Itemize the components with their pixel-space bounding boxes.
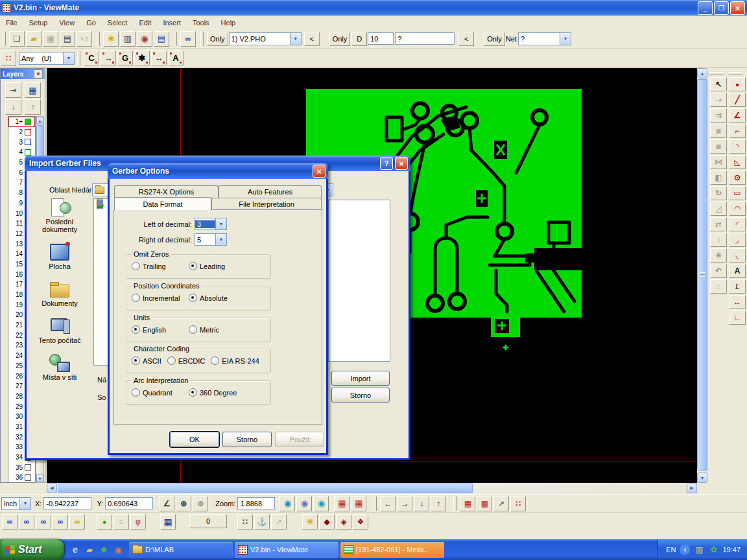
- aperture-tool-button[interactable]: G: [117, 51, 133, 65]
- net-select-combo[interactable]: ? ▼: [518, 32, 571, 45]
- menu-item[interactable]: File: [0, 18, 23, 28]
- layer-color-swatch[interactable]: [25, 149, 31, 156]
- place-desktop[interactable]: Plocha: [32, 242, 88, 270]
- place-my-computer[interactable]: Tento počítač: [32, 316, 88, 344]
- zoom-in-icon[interactable]: ◉: [279, 496, 295, 511]
- radio-option[interactable]: Trailing: [132, 262, 189, 270]
- toolbar-handle[interactable]: [374, 496, 377, 511]
- radio-option[interactable]: EBCDIC: [167, 356, 206, 365]
- glasses-lines-icon[interactable]: ∞: [19, 514, 34, 530]
- radio-option[interactable]: Incremental: [132, 294, 189, 302]
- scrollbar-thumb[interactable]: [36, 125, 43, 159]
- layer-row[interactable]: 1+: [8, 117, 35, 127]
- pan-down-icon[interactable]: ↓: [414, 496, 429, 511]
- undo-shape-icon[interactable]: ↶: [710, 264, 727, 278]
- pad-diamond-small-icon[interactable]: ◈: [336, 514, 351, 530]
- help-book-icon[interactable]: ❖: [98, 544, 110, 555]
- rotate-icon[interactable]: ↻: [710, 186, 727, 200]
- close-icon[interactable]: ×: [313, 165, 326, 178]
- glasses-trace-icon[interactable]: ∞: [53, 514, 68, 530]
- mirror-icon[interactable]: ⋈: [710, 155, 727, 169]
- task-button-message[interactable]: [191-482-091] - Mess...: [340, 542, 444, 558]
- text-icon[interactable]: A: [729, 264, 746, 278]
- grid-fill-icon[interactable]: ▦: [351, 496, 366, 511]
- radio-option[interactable]: Leading: [189, 262, 246, 270]
- scale-icon[interactable]: ◿: [710, 202, 727, 216]
- only-net-button[interactable]: Only: [484, 32, 505, 46]
- nudge-icon[interactable]: ↕: [710, 233, 727, 247]
- menu-item[interactable]: Tools: [187, 18, 215, 28]
- radio-option[interactable]: ASCII: [132, 356, 161, 365]
- tab-auto-features[interactable]: Auto Features: [219, 185, 322, 198]
- angle-measure-icon[interactable]: ∠: [159, 496, 174, 511]
- tray-messenger-icon[interactable]: ✿: [708, 544, 718, 555]
- corner-icon[interactable]: ⌐: [729, 124, 746, 138]
- layer-color-swatch[interactable]: [25, 119, 31, 125]
- scrollbar-thumb[interactable]: [697, 79, 707, 471]
- chevron-down-icon[interactable]: ▼: [63, 52, 74, 64]
- toolbar-handle[interactable]: [709, 72, 724, 75]
- toolbar-handle[interactable]: [200, 32, 204, 46]
- layer-row[interactable]: 2: [8, 127, 35, 137]
- radio-option[interactable]: Absolute: [189, 294, 246, 302]
- move-layer-up-button[interactable]: ↑: [25, 99, 41, 115]
- help-button[interactable]: ?: [380, 157, 393, 170]
- vector-path-icon[interactable]: ↗: [271, 514, 287, 530]
- layer-color-swatch[interactable]: [25, 139, 31, 145]
- layer-color-swatch[interactable]: [25, 474, 31, 481]
- circle-center-icon[interactable]: ⊙: [729, 170, 746, 185]
- aperture-tool-button[interactable]: A: [168, 51, 184, 65]
- grid-capture-icon[interactable]: ▩: [477, 496, 492, 511]
- menu-item[interactable]: Insert: [157, 18, 187, 28]
- prev-dcode-button[interactable]: <: [458, 32, 474, 46]
- layers-palette-titlebar[interactable]: Layers ×: [1, 69, 45, 79]
- insert-layer-button[interactable]: ⇥: [5, 82, 21, 98]
- radio-option[interactable]: Metric: [189, 325, 246, 334]
- layer-row[interactable]: 35: [8, 462, 35, 472]
- scroll-left-icon[interactable]: ◀: [47, 483, 57, 493]
- x-coordinate-field[interactable]: -0.942237: [43, 497, 91, 509]
- arc-chord-icon[interactable]: ◠: [729, 202, 746, 216]
- ok-button[interactable]: OK: [170, 432, 219, 447]
- anchor-icon[interactable]: ⚓: [254, 514, 270, 530]
- tab-rs274x-options[interactable]: RS274-X Options: [114, 185, 219, 198]
- scroll-up-icon[interactable]: ▲: [36, 117, 43, 124]
- save-icon[interactable]: ▣: [43, 31, 58, 47]
- left-of-decimal-combo[interactable]: 3 ▼: [195, 218, 227, 230]
- move-icon[interactable]: ⇄: [710, 217, 727, 231]
- flash-origin-icon[interactable]: ✳: [103, 31, 119, 47]
- scroll-down-icon[interactable]: ▼: [36, 474, 43, 482]
- filled-square-2-icon[interactable]: ■: [710, 139, 727, 154]
- toolbar-handle[interactable]: [728, 72, 742, 75]
- layer-setup-button[interactable]: ▦: [25, 82, 41, 98]
- place-network[interactable]: Místa v síti: [32, 353, 88, 381]
- layer-select-combo[interactable]: 1) V2.PHO ▼: [229, 32, 302, 45]
- toolbar-handle[interactable]: [453, 496, 456, 511]
- scrollbar-thumb[interactable]: [58, 483, 473, 493]
- move-layer-down-button[interactable]: ↓: [5, 99, 21, 115]
- arc-lower-icon[interactable]: ◞: [729, 233, 746, 247]
- internet-explorer-icon[interactable]: e: [69, 544, 81, 555]
- task-button-viewmate[interactable]: V2.bin - ViewMate: [235, 542, 338, 558]
- dcode-view-icon[interactable]: ◉: [137, 31, 152, 47]
- curve-icon[interactable]: ◜: [729, 217, 746, 231]
- dcode-button[interactable]: D: [351, 32, 367, 46]
- layer-row[interactable]: 3: [8, 137, 35, 147]
- glasses-pads-icon[interactable]: ∞: [36, 514, 51, 530]
- toolbar-handle[interactable]: [174, 32, 177, 46]
- lasso-icon[interactable]: ◌: [710, 279, 727, 294]
- line-icon[interactable]: ╱: [729, 93, 746, 107]
- window-diagonal-icon[interactable]: ↗: [493, 496, 509, 511]
- vertical-scrollbar[interactable]: ▲ ▼: [697, 68, 708, 483]
- radio-option[interactable]: Quadrant: [132, 388, 189, 397]
- hook-icon[interactable]: ∟: [729, 310, 746, 325]
- toolbar-handle[interactable]: [97, 32, 100, 46]
- scroll-right-icon[interactable]: ▶: [687, 483, 697, 493]
- new-file-icon[interactable]: ❏: [9, 31, 25, 47]
- units-combo[interactable]: inch ▼: [1, 497, 31, 510]
- settings-icon[interactable]: ✳: [710, 248, 727, 262]
- task-button-explorer[interactable]: D:\MLAB: [129, 542, 233, 558]
- only-dcode-button[interactable]: Only: [329, 32, 351, 46]
- radio-option[interactable]: EIA RS-244: [211, 356, 259, 365]
- import-button[interactable]: Import: [331, 371, 390, 386]
